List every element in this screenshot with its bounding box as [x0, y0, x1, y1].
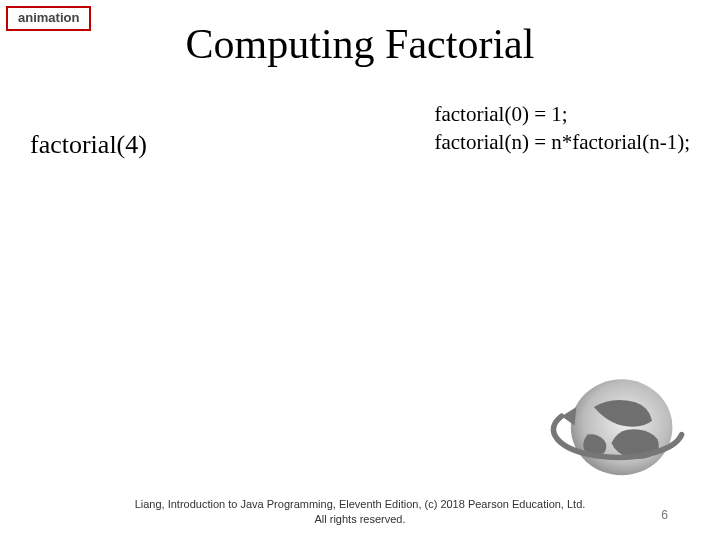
- svg-point-0: [571, 379, 673, 475]
- rule-recursive-case: factorial(n) = n*factorial(n-1);: [434, 128, 690, 156]
- globe-logo-icon: [542, 370, 692, 490]
- factorial-step: factorial(4): [30, 130, 147, 160]
- copyright-footer: Liang, Introduction to Java Programming,…: [0, 497, 720, 526]
- footer-line-1: Liang, Introduction to Java Programming,…: [0, 497, 720, 511]
- rule-base-case: factorial(0) = 1;: [434, 100, 690, 128]
- recursion-rules: factorial(0) = 1; factorial(n) = n*facto…: [434, 100, 690, 157]
- page-number: 6: [661, 508, 668, 522]
- footer-line-2: All rights reserved.: [0, 512, 720, 526]
- slide-title: Computing Factorial: [0, 20, 720, 68]
- svg-marker-1: [562, 407, 577, 425]
